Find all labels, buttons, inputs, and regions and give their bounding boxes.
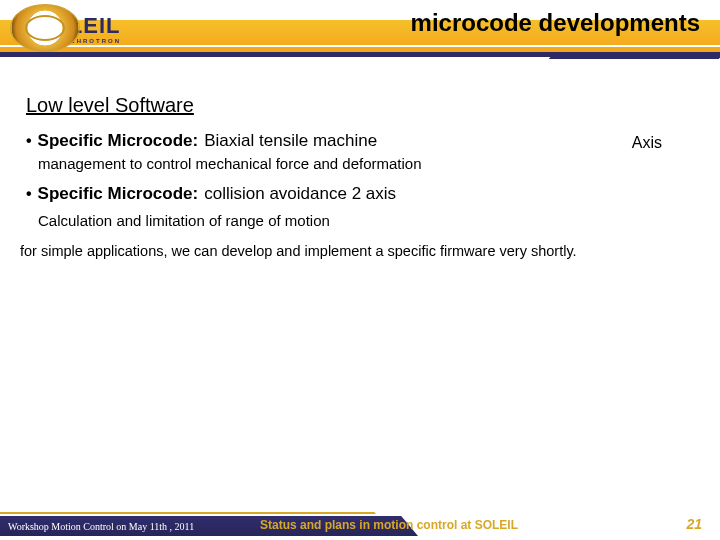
header-band-white-line <box>0 45 720 47</box>
bullet1-label: Specific Microcode: <box>38 131 199 151</box>
bullet-dot-icon: • <box>26 132 32 150</box>
slide-body: Low level Software • Specific Microcode:… <box>0 92 720 510</box>
bullet2-text: collision avoidance 2 axis <box>204 184 396 204</box>
bullet-item-2: • Specific Microcode: collision avoidanc… <box>26 184 694 204</box>
bullet2-label: Specific Microcode: <box>38 184 199 204</box>
summary-text: for simple applications, we can develop … <box>20 243 694 259</box>
slide: SOLEIL SYNCHROTRON microcode development… <box>0 0 720 540</box>
bullet-dot-icon: • <box>26 185 32 203</box>
bullet1-side-note: Axis <box>632 134 662 152</box>
footer-left-text: Workshop Motion Control on May 11th , 20… <box>8 521 194 532</box>
bullet-item-1: • Specific Microcode: Biaxial tensile ma… <box>26 131 694 151</box>
logo <box>10 4 80 52</box>
header-band-diagonal <box>549 56 720 59</box>
bullet1-text: Biaxial tensile machine <box>204 131 377 151</box>
footer-center-text: Status and plans in motion control at SO… <box>260 518 518 532</box>
footer-gold-line <box>0 512 350 514</box>
logo-ring-icon <box>10 4 80 52</box>
bullet1-subtext: management to control mechanical force a… <box>38 155 694 172</box>
slide-footer: Workshop Motion Control on May 11th , 20… <box>0 510 720 540</box>
slide-header: SOLEIL SYNCHROTRON microcode development… <box>0 0 720 92</box>
page-number: 21 <box>686 516 702 532</box>
slide-title: microcode developments <box>411 9 700 37</box>
bullet2-subtext: Calculation and limitation of range of m… <box>38 212 694 229</box>
section-heading: Low level Software <box>26 94 694 117</box>
footer-gold-tail <box>346 512 376 514</box>
